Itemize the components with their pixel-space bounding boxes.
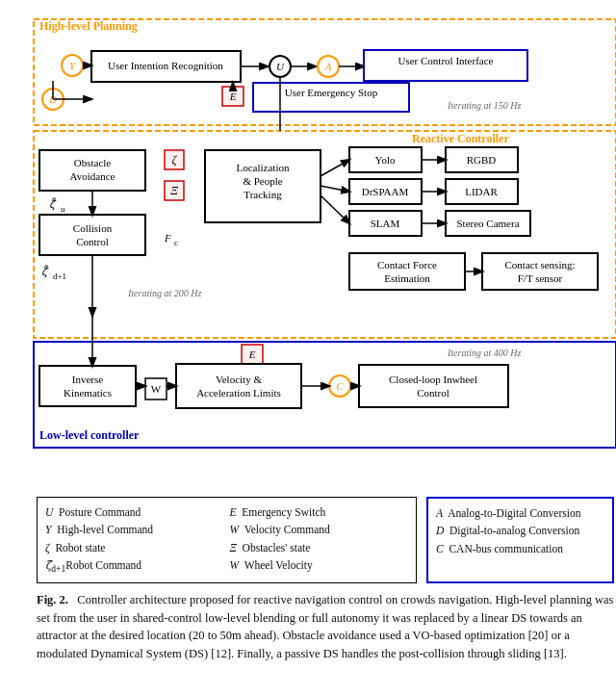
figure-caption: Fig. 2. Controller architecture proposed… [37,591,614,663]
architecture-diagram: High-level Planning Reactive Controller … [32,17,616,489]
svg-line-89 [321,186,349,192]
svg-text:U: U [276,61,285,72]
figure-number: Fig. 2. [37,593,68,606]
svg-text:Contact Force: Contact Force [377,259,437,271]
svg-text:A: A [324,61,332,72]
svg-text:SLAM: SLAM [371,218,400,229]
svg-text:Contact sensing:: Contact sensing: [504,259,575,271]
svg-line-88 [321,160,349,176]
svg-text:Estimation: Estimation [384,272,430,284]
svg-text:Control: Control [76,236,109,247]
svg-text:Avoidance: Avoidance [70,170,116,182]
svg-text:W: W [151,383,162,395]
svg-text:Yolo: Yolo [375,154,396,166]
svg-text:User Control Interface: User Control Interface [398,55,494,66]
legend-left: U Posture Command Y High-level Command ζ… [37,497,417,583]
legend-item-u: U Posture Command [45,503,224,521]
svg-text:ζ̃: ζ̃ [49,197,57,211]
iterating-150-label: Iterating at 150 Hz [447,100,521,111]
svg-rect-31 [39,215,145,255]
svg-text:Control: Control [417,387,449,399]
legend-item-e: E Emergency Switch [230,503,409,521]
svg-text:Stereo Camera: Stereo Camera [456,218,519,229]
svg-text:ζ̃: ζ̃ [41,265,49,278]
legend-area: U Posture Command Y High-level Command ζ… [37,497,614,583]
svg-text:Acceleration Limits: Acceleration Limits [196,387,281,399]
svg-text:C: C [336,380,344,392]
svg-text:c: c [174,238,178,247]
svg-text:Localization: Localization [237,162,290,173]
svg-text:& People: & People [243,175,282,187]
svg-rect-74 [359,365,508,407]
svg-rect-69 [176,364,301,408]
svg-text:Collision: Collision [73,222,113,234]
legend-item-w-vel: W Velocity Command [230,521,409,538]
caption-text: Controller architecture proposed for rea… [37,593,613,660]
svg-text:User Emergency Stop: User Emergency Stop [285,87,378,98]
legend-item-c: C CAN-bus communication [436,540,604,557]
svg-text:d+1: d+1 [53,271,66,281]
svg-text:F: F [164,232,171,244]
svg-text:Closed-loop Inwheel: Closed-loop Inwheel [389,374,477,385]
svg-text:Velocity &: Velocity & [216,374,262,385]
svg-text:u: u [61,204,65,214]
svg-text:Iterating at 200 Hz: Iterating at 200 Hz [127,288,201,298]
low-level-label: Low-level controller [39,428,140,442]
svg-text:Tracking: Tracking [244,189,282,200]
reactive-controller-label: Reactive Controller [412,132,509,145]
legend-item-w-wheel: W Wheel Velocity [230,556,409,574]
svg-rect-64 [39,366,136,406]
legend-item-zeta: ζ Robot state [45,539,224,556]
legend-item-d: D Digital-to-analog Conversion [436,522,604,539]
svg-text:LIDAR: LIDAR [465,186,498,197]
svg-line-90 [321,195,349,223]
svg-text:Ξ: Ξ [170,184,178,197]
svg-text:DrSPAAM: DrSPAAM [362,186,409,197]
legend-item-y: Y High-level Command [45,521,224,538]
high-level-label: High-level Planning [39,19,138,33]
svg-text:RGBD: RGBD [467,154,497,166]
legend-item-zeta-d: ζ̃d+1Robot Command [45,556,224,577]
legend-item-xi: Ξ Obstacles' state [230,539,409,556]
svg-text:E: E [229,90,237,102]
svg-text:F/T sensor: F/T sensor [518,272,563,284]
legend-item-a: A Analog-to-Digital Conversion [436,504,604,522]
svg-text:Kinematics: Kinematics [64,387,112,399]
svg-text:User Intention Recognition: User Intention Recognition [108,60,223,71]
svg-text:E: E [248,348,256,360]
svg-text:Inverse: Inverse [72,374,103,385]
svg-text:Obstacle: Obstacle [74,157,112,168]
legend-right: A Analog-to-Digital Conversion D Digital… [426,497,614,583]
svg-text:Iterating at 400 Hz: Iterating at 400 Hz [447,348,521,358]
